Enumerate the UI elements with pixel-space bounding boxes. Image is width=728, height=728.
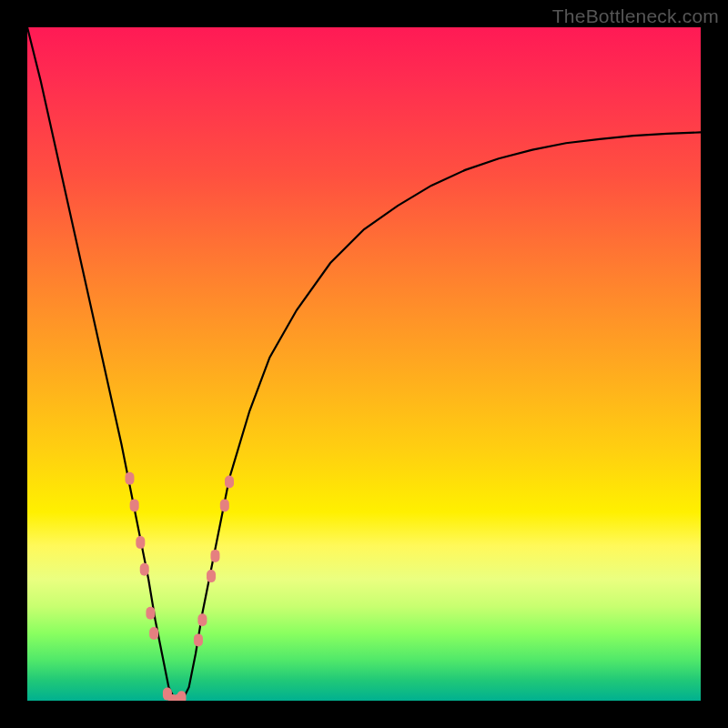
data-marker: [207, 570, 216, 582]
curve-layer: [27, 27, 701, 701]
data-marker: [194, 633, 203, 646]
bottleneck-curve: [27, 27, 701, 701]
data-marker: [149, 627, 158, 640]
marker-layer: [125, 472, 234, 701]
data-marker: [125, 472, 134, 485]
data-marker: [225, 476, 234, 489]
data-marker: [210, 550, 219, 562]
data-marker: [140, 563, 149, 576]
chart-frame: TheBottleneck.com: [0, 0, 728, 728]
chart-svg: [27, 27, 701, 701]
data-marker: [136, 536, 145, 549]
data-marker: [130, 499, 139, 511]
data-marker: [177, 691, 186, 701]
data-marker: [220, 499, 229, 511]
watermark-text: TheBottleneck.com: [552, 5, 719, 27]
plot-area: [27, 27, 701, 701]
data-marker: [197, 613, 207, 626]
data-marker: [146, 607, 155, 620]
